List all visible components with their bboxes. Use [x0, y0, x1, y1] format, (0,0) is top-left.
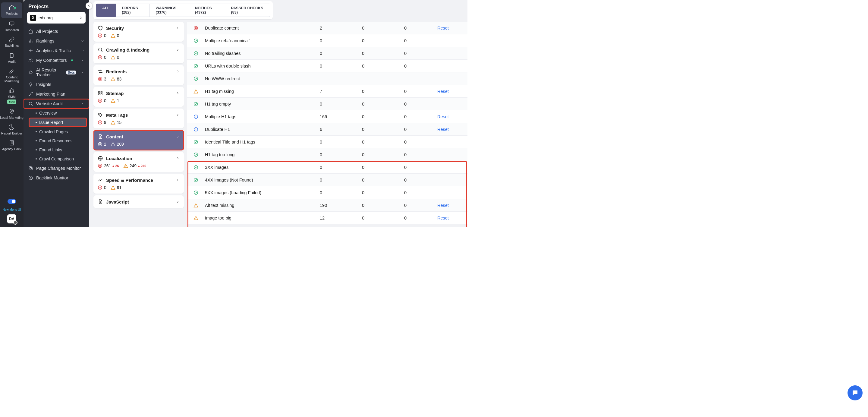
- issue-row[interactable]: Identical Title and H1 tags 0 0 0: [187, 136, 467, 148]
- pass-icon: [193, 190, 198, 195]
- rail-item-smm[interactable]: SMMBeta: [0, 86, 24, 107]
- tab-warnings[interactable]: WARNINGS (3376): [150, 4, 189, 17]
- bullet-icon: [36, 158, 37, 159]
- issue-count-c: 0: [404, 178, 437, 182]
- sidebar-item-website-audit[interactable]: Website Audit: [24, 99, 89, 109]
- delta-up: ▴ 249: [138, 164, 146, 168]
- rail-item-audit[interactable]: Audit: [0, 50, 24, 66]
- category-content[interactable]: Content 2 209: [93, 130, 184, 150]
- rail-item-research[interactable]: Research: [0, 19, 24, 34]
- updown-icon: [79, 16, 83, 20]
- tab-errors[interactable]: ERRORS (282): [116, 4, 150, 17]
- category-security[interactable]: Security 0 0: [93, 22, 184, 41]
- rail-item-backlinks[interactable]: Backlinks: [0, 34, 24, 50]
- error-icon: [98, 55, 102, 60]
- error-icon: [98, 33, 102, 38]
- issue-row[interactable]: No WWW redirect — — —: [187, 72, 467, 85]
- new-menu-label: New Menu UI: [3, 208, 21, 211]
- reset-link[interactable]: Reset: [437, 216, 449, 220]
- new-menu-toggle[interactable]: [7, 199, 16, 204]
- rail-item-local-marketing[interactable]: Local Marketing: [0, 107, 24, 122]
- category-sitemap[interactable]: Sitemap 0 1: [93, 87, 184, 107]
- sidebar-item-marketing-plan[interactable]: Marketing Plan: [24, 89, 89, 99]
- linkcircle-icon: [28, 176, 33, 180]
- rail-item-agency-pack[interactable]: Agency Pack: [0, 138, 24, 153]
- issue-row[interactable]: Multiple rel="canonical" 0 0 0: [187, 34, 467, 47]
- chevron-down-icon: [81, 59, 84, 62]
- issue-row[interactable]: 5XX images (Loading Failed) 0 0 0: [187, 186, 467, 199]
- issue-count-c: 0: [404, 38, 437, 43]
- chevron-right-icon: [176, 113, 180, 117]
- chevron-down-icon: [81, 39, 84, 43]
- da-badge[interactable]: DA: [7, 214, 16, 224]
- issue-row[interactable]: Image too big 12 0 0 Reset: [187, 212, 467, 224]
- issue-row[interactable]: No trailing slashes 0 0 0: [187, 47, 467, 60]
- category-redirects[interactable]: Redirects 3 83: [93, 65, 184, 85]
- chevron-right-icon: [176, 178, 180, 182]
- sidebar-sub-overview[interactable]: Overview: [24, 109, 89, 118]
- rail-item-projects[interactable]: Projects: [1, 2, 22, 18]
- issue-count-b: 0: [362, 127, 404, 132]
- issue-count-a: 0: [314, 140, 362, 144]
- issue-row[interactable]: URLs with double slash 0 0 0: [187, 60, 467, 72]
- tab-all[interactable]: ALL: [96, 4, 116, 17]
- reset-link[interactable]: Reset: [437, 203, 449, 208]
- category-localization[interactable]: Localization 261▴ 26 249▴ 249: [93, 152, 184, 172]
- reset-link[interactable]: Reset: [437, 127, 449, 132]
- issue-row[interactable]: Duplicate H1 6 0 0 Reset: [187, 123, 467, 136]
- issue-count-c: 0: [404, 127, 437, 132]
- issue-count-b: 0: [362, 64, 404, 68]
- link-icon: [8, 36, 15, 43]
- sidebar-item-all-projects[interactable]: All Projects: [24, 27, 89, 36]
- issue-row[interactable]: 4XX images (Not Found) 0 0 0: [187, 174, 467, 186]
- collapse-sidebar-button[interactable]: [86, 2, 92, 9]
- reset-link[interactable]: Reset: [437, 26, 449, 30]
- chevron-right-icon: [176, 70, 180, 73]
- sidebar-item-insights[interactable]: Insights: [24, 80, 89, 89]
- tab-passed[interactable]: PASSED CHECKS (83): [225, 4, 270, 17]
- sidebar-sub-issue-report[interactable]: Issue Report: [29, 118, 87, 127]
- issue-name: H1 tag too long: [205, 152, 314, 157]
- sidebar-item-ai-results-tracker[interactable]: AI Results TrackerBeta: [24, 65, 89, 80]
- issue-row[interactable]: H1 tag missing 7 0 0 Reset: [187, 85, 467, 98]
- sidebar-item-analytics-traffic[interactable]: Analytics & Traffic: [24, 46, 89, 56]
- issue-count-b: —: [362, 76, 404, 81]
- category-speed-performance[interactable]: Speed & Performance 0 91: [93, 174, 184, 193]
- project-selector[interactable]: X edx.org: [27, 12, 86, 24]
- chevron-right-icon: [176, 48, 180, 52]
- issue-count-c: 0: [404, 51, 437, 56]
- category-meta-tags[interactable]: Meta Tags 9 15: [93, 109, 184, 128]
- issue-row[interactable]: Alt text missing 190 0 0 Reset: [187, 199, 467, 212]
- error-icon: [98, 120, 102, 125]
- issue-row[interactable]: 3XX images 0 0 0: [187, 161, 467, 174]
- sidebar-item-my-competitors[interactable]: My Competitors: [24, 56, 89, 65]
- error-icon: [98, 142, 102, 147]
- category-crawling-indexing[interactable]: Crawling & Indexing 0 0: [93, 43, 184, 63]
- issue-count-a: 190: [314, 203, 362, 208]
- issue-row[interactable]: H1 tag empty 0 0 0: [187, 98, 467, 110]
- reset-link[interactable]: Reset: [437, 89, 449, 94]
- sidebar-sub-found-resources[interactable]: Found Resources: [24, 136, 89, 145]
- issue-count-a: 0: [314, 190, 362, 195]
- issue-count-a: 2: [314, 26, 362, 30]
- error-icon: [98, 163, 102, 168]
- issue-count-a: 12: [314, 216, 362, 220]
- issue-name: Duplicate content: [205, 26, 314, 30]
- warn-icon: [193, 216, 198, 220]
- reset-link[interactable]: Reset: [437, 114, 449, 119]
- rail-item-report-builder[interactable]: Report Builder: [0, 122, 24, 138]
- rail-item-content-marketing[interactable]: Content Marketing: [0, 66, 24, 86]
- sidebar-sub-crawled-pages[interactable]: Crawled Pages: [24, 127, 89, 136]
- issue-row[interactable]: H1 tag too long 0 0 0: [187, 148, 467, 161]
- issue-name: H1 tag missing: [205, 89, 314, 94]
- bullet-icon: [36, 122, 37, 123]
- sidebar-sub-found-links[interactable]: Found Links: [24, 145, 89, 154]
- issue-row[interactable]: Multiple H1 tags 169 0 0 Reset: [187, 110, 467, 123]
- sidebar-item-page-changes-monitor[interactable]: Page Changes Monitor: [24, 163, 89, 173]
- tab-notices[interactable]: NOTICES (4372): [189, 4, 225, 17]
- sidebar-sub-crawl-comparison[interactable]: Crawl Comparison: [24, 154, 89, 163]
- category-javascript[interactable]: JavaScript: [93, 196, 184, 208]
- sidebar-item-rankings[interactable]: Rankings: [24, 36, 89, 46]
- issue-row[interactable]: Duplicate content 2 0 0 Reset: [187, 22, 467, 34]
- sidebar-item-backlink-monitor[interactable]: Backlink Monitor: [24, 173, 89, 183]
